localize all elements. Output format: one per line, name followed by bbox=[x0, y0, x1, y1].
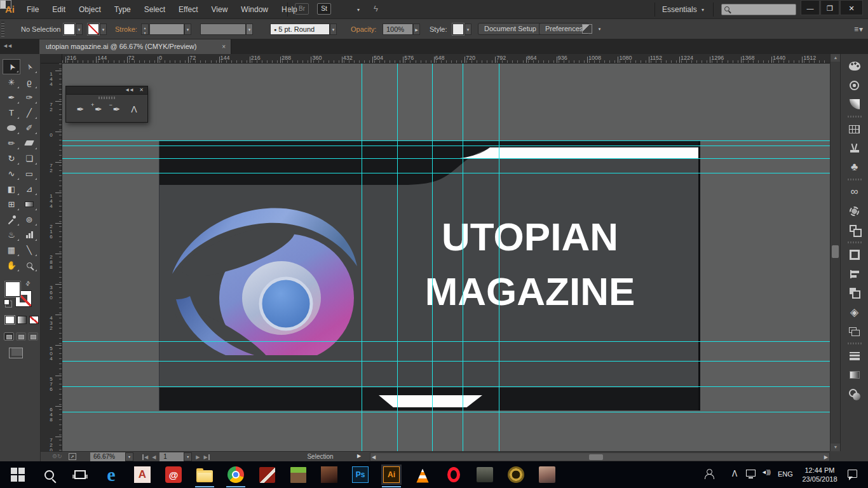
panel-collapse-icon[interactable]: ◄◄ bbox=[125, 87, 133, 93]
status-text[interactable]: Selection bbox=[257, 453, 384, 460]
fill-color-swatch[interactable] bbox=[64, 24, 75, 35]
opacity-arrow-icon[interactable]: ▶ bbox=[413, 24, 420, 35]
guide-vertical[interactable] bbox=[362, 64, 362, 451]
guide-horizontal[interactable] bbox=[62, 386, 830, 387]
next-artboard-icon[interactable]: ▶ bbox=[196, 454, 200, 460]
artboard-dropdown-icon[interactable]: ▾ bbox=[184, 452, 192, 461]
panel-transform-icon[interactable] bbox=[842, 245, 867, 264]
panel-transparency-icon[interactable] bbox=[842, 384, 867, 403]
menu-type[interactable]: Type bbox=[114, 5, 131, 14]
panel-stroke-icon[interactable] bbox=[842, 346, 867, 365]
canvas-area[interactable]: 2161447207214421628836043250457664872079… bbox=[41, 54, 830, 451]
artboard-design[interactable]: UTOPIAN MAGAZINE bbox=[159, 140, 700, 410]
stroke-weight-stepper[interactable]: ▴ ▾ bbox=[141, 24, 149, 35]
fill-dropdown-icon[interactable]: ▾ bbox=[76, 24, 83, 35]
perspective-grid-tool[interactable]: ⊿ bbox=[20, 181, 38, 196]
direct-selection-tool[interactable]: ➢ bbox=[20, 59, 38, 74]
menu-file[interactable]: File bbox=[27, 5, 39, 14]
fill-indicator-swatch[interactable] bbox=[5, 281, 20, 297]
zoom-tool[interactable] bbox=[20, 257, 38, 273]
change-screen-mode-button[interactable] bbox=[9, 348, 23, 358]
document-tab[interactable]: utopian magazine.ai @ 66.67% (CMYK/Previ… bbox=[39, 39, 231, 54]
panel-color-guide-icon[interactable] bbox=[842, 76, 867, 95]
pen-tool[interactable]: ✒ bbox=[76, 104, 84, 114]
slice-tool[interactable]: ╲ bbox=[20, 242, 38, 257]
taskbar-autocad[interactable]: A bbox=[132, 464, 153, 485]
guide-vertical[interactable] bbox=[397, 64, 398, 451]
status-popout-icon[interactable]: ▶ bbox=[357, 453, 361, 459]
none-button[interactable] bbox=[29, 316, 39, 324]
paintbrush-tool[interactable]: ✐ bbox=[20, 120, 38, 135]
anchor-point-tool[interactable]: Λ bbox=[131, 104, 137, 114]
taskbar-search[interactable] bbox=[39, 464, 59, 485]
menu-object[interactable]: Object bbox=[79, 5, 101, 14]
export-icon[interactable]: ➚ bbox=[69, 453, 76, 460]
draw-inside-button[interactable] bbox=[28, 332, 38, 341]
control-panel-menu-icon[interactable]: ≡▾ bbox=[854, 25, 864, 34]
workspace-switcher[interactable]: Essentials bbox=[662, 5, 697, 14]
mesh-tool[interactable]: ⊞ bbox=[3, 196, 20, 212]
guide-horizontal[interactable] bbox=[62, 341, 830, 342]
panel-pathfinder-icon[interactable] bbox=[842, 283, 867, 302]
taskbar-illustrator[interactable]: Ai bbox=[381, 464, 402, 485]
taskbar-media-app[interactable]: @ bbox=[163, 464, 184, 485]
previous-artboard-icon[interactable]: ◀ bbox=[152, 454, 156, 460]
vertical-scroll-thumb[interactable] bbox=[832, 245, 839, 258]
panel-brushes-icon[interactable] bbox=[842, 139, 867, 158]
taskbar-game-3[interactable] bbox=[506, 464, 526, 485]
workspace-dropdown-icon[interactable]: ▾ bbox=[702, 7, 704, 13]
stroke-dropdown-icon[interactable]: ▾ bbox=[100, 24, 107, 35]
free-transform-tool[interactable]: ▭ bbox=[20, 166, 38, 181]
panel-gradient-fan-icon[interactable] bbox=[842, 95, 867, 114]
scroll-down-icon[interactable]: ▼ bbox=[831, 444, 841, 451]
people-icon[interactable] bbox=[704, 469, 714, 479]
taskbar-game-4[interactable] bbox=[537, 464, 557, 485]
taskbar-opera[interactable] bbox=[444, 464, 464, 485]
panel-asset-export-icon[interactable] bbox=[842, 220, 867, 240]
horizontal-scrollbar[interactable]: ◀ ▶ bbox=[370, 452, 830, 461]
default-fill-stroke-icon[interactable] bbox=[4, 299, 10, 305]
tab-close-icon[interactable]: × bbox=[222, 39, 226, 54]
stroke-weight-field[interactable] bbox=[149, 24, 184, 35]
horizontal-ruler[interactable]: 2161447207214421628836043250457664872079… bbox=[62, 54, 830, 64]
width-tool[interactable]: ∿ bbox=[3, 166, 20, 181]
menu-edit[interactable]: Edit bbox=[52, 5, 65, 14]
isolate-dropdown-icon[interactable]: ▾ bbox=[596, 24, 603, 35]
guide-horizontal[interactable] bbox=[62, 361, 830, 362]
scroll-left-icon[interactable]: ◀ bbox=[372, 454, 376, 460]
panel-align-icon[interactable] bbox=[842, 264, 867, 283]
hand-tool[interactable]: ✋ bbox=[3, 257, 20, 273]
scroll-right-icon[interactable]: ▶ bbox=[824, 454, 828, 460]
taskbar-edge[interactable]: e bbox=[101, 464, 121, 485]
pencil-tool[interactable]: ✏ bbox=[3, 135, 20, 151]
search-input[interactable] bbox=[721, 4, 796, 15]
guide-vertical[interactable] bbox=[499, 64, 499, 451]
arrange-documents-dropdown-icon[interactable]: ▾ bbox=[357, 7, 360, 13]
lasso-tool[interactable]: ϱ bbox=[20, 74, 38, 90]
minimize-button[interactable]: — bbox=[801, 0, 820, 15]
zoom-dropdown-icon[interactable]: ▾ bbox=[125, 452, 133, 461]
magazine-title-line1[interactable]: UTOPIAN bbox=[403, 217, 657, 257]
panel-color-themes-icon[interactable] bbox=[842, 201, 867, 220]
panel-artboards-icon[interactable] bbox=[842, 322, 867, 341]
guide-vertical[interactable] bbox=[432, 64, 433, 451]
guide-horizontal[interactable] bbox=[62, 173, 830, 173]
vertical-scrollbar[interactable]: ▲ ▼ bbox=[830, 54, 840, 451]
menu-window[interactable]: Window bbox=[241, 5, 268, 14]
color-button[interactable] bbox=[5, 316, 15, 324]
rotate-tool[interactable]: ↻ bbox=[3, 151, 20, 166]
last-artboard-icon[interactable]: ▶ bbox=[203, 454, 209, 460]
panel-layers-icon[interactable]: ◈ bbox=[842, 302, 867, 322]
add-anchor-point-tool[interactable]: ✒+ bbox=[95, 104, 102, 114]
zoom-level-field[interactable]: 66.67% bbox=[90, 452, 125, 461]
language-indicator[interactable]: ENG bbox=[778, 470, 793, 478]
panel-titlebar[interactable]: ◄◄ ✕ bbox=[66, 86, 147, 95]
taskbar-file-explorer[interactable] bbox=[194, 464, 215, 485]
swap-fill-stroke-icon[interactable]: ⇄ bbox=[24, 280, 32, 287]
panel-cc-libraries-icon[interactable]: ∞ bbox=[842, 182, 867, 201]
pen-tools-floating-panel[interactable]: ◄◄ ✕ ✒✒+✒−Λ bbox=[65, 86, 148, 123]
panel-gradient-icon[interactable] bbox=[842, 365, 867, 384]
panel-symbols-icon[interactable]: ♣ bbox=[842, 158, 867, 177]
scale-tool[interactable]: ❏ bbox=[20, 151, 38, 166]
taskbar-chrome[interactable] bbox=[226, 464, 246, 485]
